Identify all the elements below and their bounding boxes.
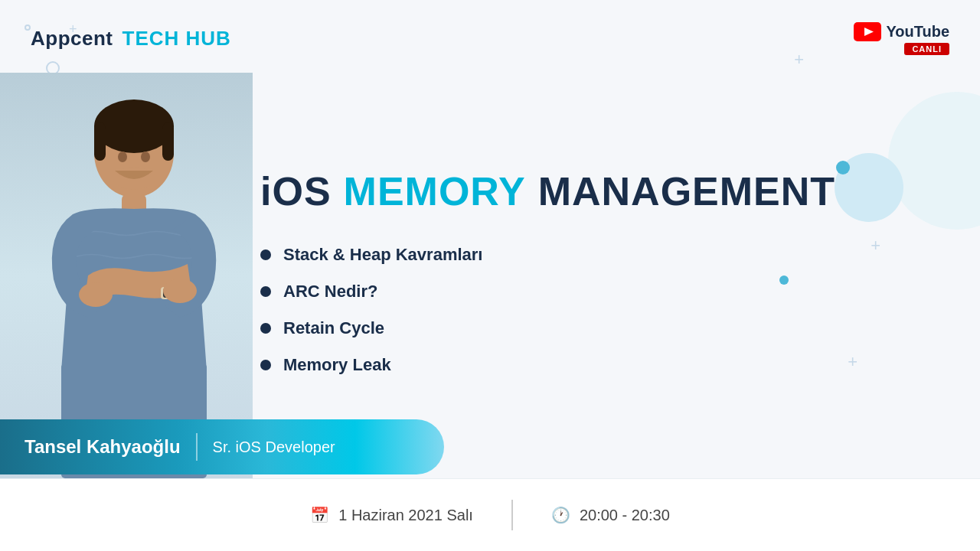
bullet-item-2: ARC Nedir? [260, 282, 827, 302]
bullet-dot-2 [260, 286, 271, 297]
speaker-photo [15, 73, 253, 478]
svg-point-6 [118, 152, 127, 162]
footer-divider [511, 500, 513, 530]
svg-point-3 [94, 99, 174, 153]
bullet-text-1: Stack & Heap Kavramları [283, 245, 482, 265]
bullet-text-3: Retain Cycle [283, 318, 384, 338]
main-content: iOS MEMORY MANAGEMENT Stack & Heap Kavra… [260, 77, 827, 459]
speaker-title: Sr. iOS Developer [213, 439, 335, 456]
decorative-circle-3 [836, 161, 850, 174]
svg-point-12 [79, 282, 113, 307]
youtube-text: YouTube [886, 23, 949, 41]
bullet-item-4: Memory Leak [260, 355, 827, 375]
svg-point-7 [141, 152, 150, 162]
footer-time: 20:00 - 20:30 [580, 507, 670, 524]
youtube-badge: YouTube CANLI [854, 22, 949, 55]
calendar-icon: 📅 [310, 506, 329, 524]
logo-area: Appcent TECH HUB [31, 27, 231, 51]
bullet-dot-3 [260, 323, 271, 334]
title-memory: MEMORY [344, 168, 526, 214]
footer-time-item: 🕐 20:00 - 20:30 [551, 506, 670, 524]
bullet-dot-1 [260, 249, 271, 260]
bullet-list: Stack & Heap Kavramları ARC Nedir? Retai… [260, 245, 827, 375]
decorative-circle-1 [888, 92, 980, 230]
speaker-banner: Tansel Kahyaoğlu Sr. iOS Developer [0, 419, 444, 474]
footer-date-item: 📅 1 Haziran 2021 Salı [310, 506, 473, 524]
bullet-text-4: Memory Leak [283, 355, 391, 375]
clock-icon: 🕐 [551, 506, 570, 524]
title-line: iOS MEMORY MANAGEMENT [260, 168, 827, 214]
logo-appcent: Appcent [31, 27, 113, 51]
bullet-item-1: Stack & Heap Kavramları [260, 245, 827, 265]
footer: 📅 1 Haziran 2021 Salı 🕐 20:00 - 20:30 [0, 478, 980, 551]
svg-rect-4 [94, 122, 106, 161]
title-management: MANAGEMENT [538, 168, 835, 214]
svg-point-13 [163, 279, 197, 303]
bullet-text-2: ARC Nedir? [283, 282, 377, 302]
logo-techhub: TECH HUB [122, 27, 231, 51]
header: Appcent TECH HUB YouTube CANLI [0, 0, 980, 77]
svg-rect-5 [162, 122, 174, 161]
speaker-divider [196, 433, 198, 461]
title-ios: iOS [260, 168, 332, 214]
bullet-item-3: Retain Cycle [260, 318, 827, 338]
youtube-icon [854, 22, 881, 41]
bullet-dot-4 [260, 360, 271, 370]
footer-date: 1 Haziran 2021 Salı [338, 507, 473, 524]
speaker-name: Tansel Kahyaoğlu [24, 436, 181, 458]
canli-badge: CANLI [904, 43, 949, 55]
decorative-plus-2: + [871, 236, 880, 256]
youtube-inner: YouTube [854, 22, 949, 41]
decorative-plus-3: + [848, 352, 858, 372]
